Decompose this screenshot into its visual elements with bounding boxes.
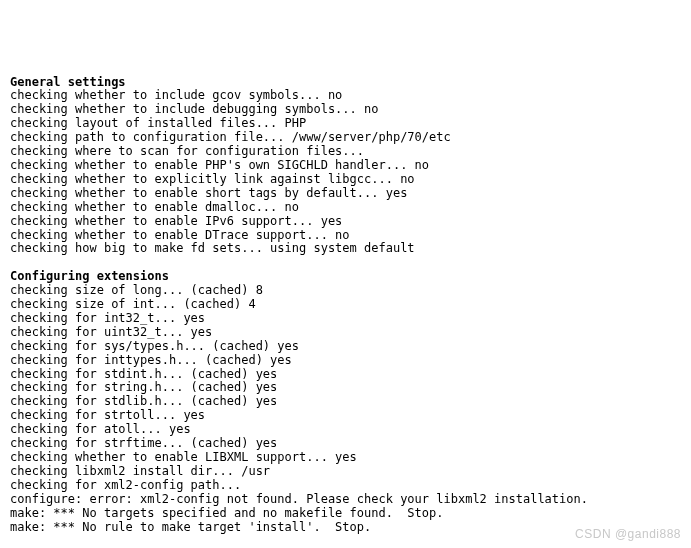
section-title-general: General settings [10,75,126,89]
output-line: checking for strftime... (cached) yes [10,436,277,450]
output-line: checking size of int... (cached) 4 [10,297,256,311]
output-line: configure: error: xml2-config not found.… [10,492,588,506]
output-line: checking how big to make fd sets... usin… [10,241,415,255]
output-line: checking whether to enable DTrace suppor… [10,228,350,242]
output-line: checking for stdint.h... (cached) yes [10,367,277,381]
output-line: checking path to configuration file... /… [10,130,451,144]
output-line: checking where to scan for configuration… [10,144,364,158]
output-line: checking whether to include gcov symbols… [10,88,342,102]
output-line: checking for strtoll... yes [10,408,205,422]
section-title-extensions: Configuring extensions [10,269,169,283]
output-line: checking for atoll... yes [10,422,191,436]
output-line: checking for int32_t... yes [10,311,205,325]
output-line: checking whether to enable LIBXML suppor… [10,450,357,464]
output-line: make: *** No rule to make target 'instal… [10,520,371,534]
output-line: make: *** No targets specified and no ma… [10,506,443,520]
terminal-output: General settings checking whether to inc… [10,62,681,548]
output-line: checking for string.h... (cached) yes [10,380,277,394]
watermark-text: CSDN @gandi888 [575,528,681,542]
output-line: checking for inttypes.h... (cached) yes [10,353,292,367]
output-line: checking whether to include debugging sy… [10,102,378,116]
output-line: checking whether to enable dmalloc... no [10,200,299,214]
output-line: checking for uint32_t... yes [10,325,212,339]
output-line: checking for xml2-config path... [10,478,241,492]
output-line: checking size of long... (cached) 8 [10,283,263,297]
output-line: checking for stdlib.h... (cached) yes [10,394,277,408]
output-line: checking for sys/types.h... (cached) yes [10,339,299,353]
output-line: checking libxml2 install dir... /usr [10,464,270,478]
output-line: checking whether to explicitly link agai… [10,172,415,186]
output-line: checking layout of installed files... PH… [10,116,306,130]
output-line: checking whether to enable IPv6 support.… [10,214,342,228]
output-line: checking whether to enable PHP's own SIG… [10,158,429,172]
output-line: checking whether to enable short tags by… [10,186,407,200]
